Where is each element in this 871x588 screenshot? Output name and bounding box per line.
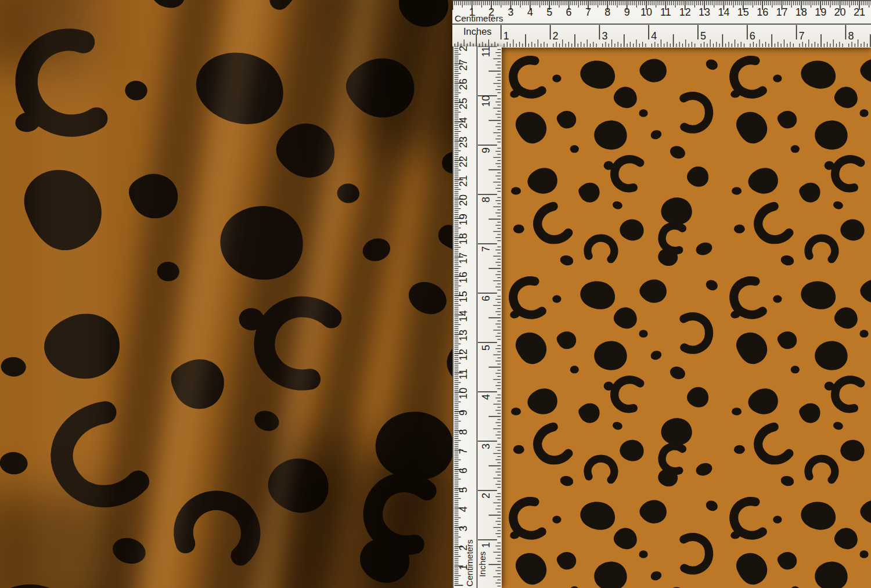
ruler-number: 4 <box>480 394 492 400</box>
ruler-number: 7 <box>480 246 492 252</box>
ruler-number: 11 <box>480 46 492 57</box>
ruler-number: 12 <box>679 6 691 18</box>
ruler-number: 3 <box>602 30 607 42</box>
ruler-number: 4 <box>651 30 657 42</box>
ruler-number: 3 <box>480 443 492 449</box>
ruler-number: 20 <box>834 6 846 18</box>
ruler-number: 25 <box>458 98 469 110</box>
ruler-number: 5 <box>480 345 492 351</box>
ruler-number: 6 <box>566 6 572 18</box>
ruler-number: 4 <box>458 506 469 512</box>
ruler-number: 5 <box>546 6 552 18</box>
ruler-number: 4 <box>527 6 533 18</box>
ruler-number: 3 <box>458 526 469 532</box>
ruler-number: 16 <box>458 272 469 283</box>
ruler-number: 13 <box>699 6 710 18</box>
ruler-number: 2 <box>553 30 559 42</box>
ruler-number: 26 <box>458 78 469 90</box>
ruler-number: 17 <box>458 252 469 264</box>
vertical-ruler-scale: 1234567891011121314151617181920212223242… <box>454 46 502 588</box>
ruler-number: 8 <box>604 6 610 18</box>
ruler-number: 7 <box>799 30 805 42</box>
ruler-number: 27 <box>458 59 469 71</box>
ruler-number: 8 <box>480 197 492 203</box>
ruler-number: 10 <box>480 95 492 107</box>
leopard-pattern-right <box>501 46 871 588</box>
ruler-number: 13 <box>458 330 469 341</box>
ruler-number: 6 <box>458 468 469 474</box>
ruler-number: 8 <box>848 30 854 42</box>
ruler-number: 23 <box>458 136 469 148</box>
ruler-number: 15 <box>737 6 749 18</box>
ruler-number: 5 <box>458 487 469 493</box>
ruler-number: 16 <box>757 6 768 18</box>
ruler-number: 19 <box>815 6 826 18</box>
ruler-number: 3 <box>508 6 514 18</box>
ruler-number: 6 <box>750 30 755 42</box>
ruler-number: 9 <box>624 6 630 18</box>
ruler-number: 10 <box>640 6 652 18</box>
ruler-number: 21 <box>458 175 469 187</box>
vertical-inches-label: Inches <box>477 551 487 577</box>
ruler-number: 9 <box>458 410 469 416</box>
ruler-number: 5 <box>700 30 706 42</box>
ruler-number: 19 <box>458 214 469 225</box>
draped-fabric-photo <box>0 0 452 588</box>
ruler-number: 6 <box>480 295 492 301</box>
ruler-number: 15 <box>458 291 469 302</box>
ruler-number: 11 <box>458 369 469 380</box>
ruler-number: 22 <box>458 156 469 167</box>
horizontal-ruler: 1234567891011121314151617181920211234567… <box>452 0 871 48</box>
ruler-number: 18 <box>796 6 807 18</box>
ruler-number: 1 <box>480 542 492 548</box>
ruler-number: 11 <box>660 6 671 18</box>
vertical-ruler: 1234567891011121314151617181920212223242… <box>452 46 502 588</box>
ruler-number: 24 <box>458 117 469 129</box>
ruler-number: 7 <box>458 448 469 454</box>
ruler-number: 20 <box>458 194 469 206</box>
ruler-number: 18 <box>458 233 469 244</box>
ruler-number: 12 <box>458 349 469 360</box>
leopard-pattern-left <box>0 0 452 588</box>
ruler-number: 1 <box>503 30 509 42</box>
ruler-number: 14 <box>718 6 729 18</box>
ruler-number: 28 <box>458 46 469 52</box>
ruler-number: 21 <box>854 6 865 18</box>
flat-fabric-swatch <box>501 46 871 588</box>
horizontal-ruler-scale: 1234567891011121314151617181920211234567… <box>452 1 871 48</box>
horizontal-inches-label: Inches <box>463 26 492 37</box>
fabric-listing-photo: 1234567891011121314151617181920211234567… <box>0 0 871 588</box>
ruler-number: 10 <box>458 388 469 399</box>
vertical-centimeters-label: Centimeters <box>465 540 474 587</box>
horizontal-centimeters-label: Centimeters <box>455 13 503 24</box>
ruler-number: 2 <box>480 493 492 499</box>
ruler-number: 8 <box>458 429 469 435</box>
ruler-number: 7 <box>585 6 591 18</box>
ruler-number: 9 <box>480 147 492 153</box>
ruler-number: 17 <box>776 6 788 18</box>
ruler-number: 14 <box>458 311 469 322</box>
